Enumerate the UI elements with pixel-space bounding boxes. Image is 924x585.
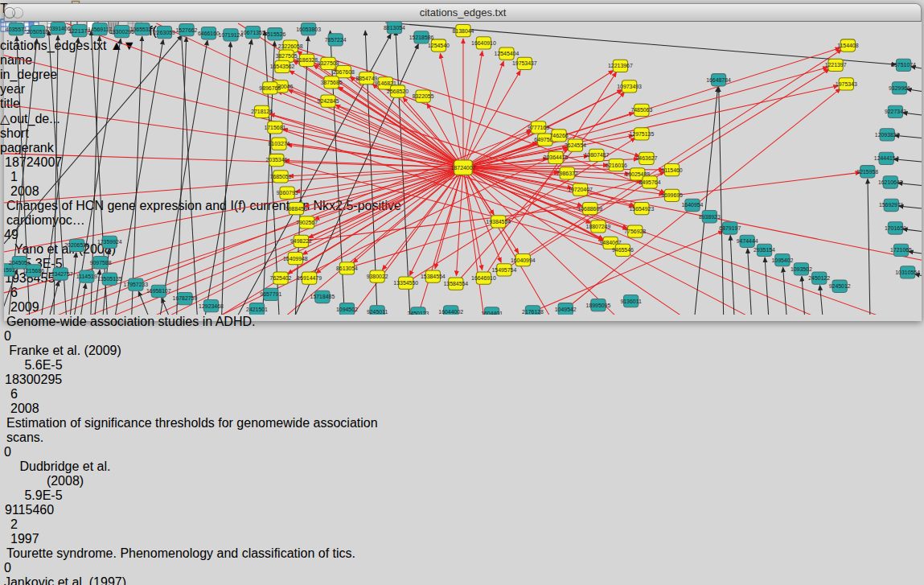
window-titlebar[interactable]: citations_edges.txt bbox=[4, 3, 922, 22]
table-row[interactable]: 911546021997Tourette syndrome. Phenomeno… bbox=[0, 503, 924, 585]
graph-node[interactable]: 9465546 bbox=[612, 244, 634, 256]
graph-node[interactable]: 2718126 bbox=[251, 105, 273, 117]
graph-node[interactable]: 9115460 bbox=[661, 164, 683, 176]
graph-node[interactable]: 1254540 bbox=[428, 39, 450, 51]
graph-node[interactable]: 7756928 bbox=[624, 225, 646, 237]
graph-node[interactable]: 16648784 bbox=[706, 74, 731, 86]
graph-node[interactable]: 2035346 bbox=[265, 154, 287, 166]
graph-node[interactable]: 2176128 bbox=[522, 306, 544, 315]
graph-node[interactable]: 9474444 bbox=[737, 235, 758, 247]
graph-node[interactable]: 15692971 bbox=[879, 199, 904, 211]
graph-node[interactable]: 9242845 bbox=[318, 95, 339, 107]
graph-node[interactable]: 4035571 bbox=[6, 23, 27, 35]
graph-node[interactable]: 12342757 bbox=[48, 268, 73, 280]
graph-node[interactable]: 7515526 bbox=[264, 28, 285, 40]
graph-node[interactable]: 12093832 bbox=[875, 129, 900, 141]
graph-hub-node[interactable]: 18724007 bbox=[451, 160, 476, 175]
table-row[interactable]: 1830029562008Estimation of significance … bbox=[0, 373, 924, 503]
graph-node[interactable]: 1094502 bbox=[336, 303, 358, 315]
graph-node[interactable]: 1049542 bbox=[555, 303, 577, 315]
graph-node[interactable]: 7625402 bbox=[270, 272, 292, 284]
graph-node[interactable]: 9245011 bbox=[367, 306, 388, 315]
graph-node[interactable]: 1095402 bbox=[771, 254, 793, 266]
graph-node[interactable]: 15751074 bbox=[891, 59, 916, 71]
graph-node[interactable]: 1640954 bbox=[682, 199, 704, 211]
graph-node[interactable]: 16210643 bbox=[878, 176, 903, 188]
graph-node[interactable]: 13584554 bbox=[443, 278, 468, 290]
graph-node[interactable]: 15218586 bbox=[409, 31, 434, 43]
graph-node[interactable]: 9896765 bbox=[259, 82, 281, 94]
graph-node[interactable]: 9227343 bbox=[885, 105, 906, 117]
graph-node[interactable]: 8938923 bbox=[699, 211, 721, 223]
graph-node[interactable]: 12213967 bbox=[608, 60, 633, 72]
graph-node[interactable]: 7902567 bbox=[296, 216, 318, 229]
graph-node[interactable]: 1975343 bbox=[836, 78, 857, 90]
graph-node[interactable]: 8138044 bbox=[453, 25, 474, 37]
graph-node[interactable]: 7986372 bbox=[556, 167, 578, 179]
graph-node[interactable]: 2450123 bbox=[408, 307, 429, 315]
graph-node[interactable]: 10671355 bbox=[240, 27, 265, 39]
graph-node[interactable]: 8322055 bbox=[413, 90, 434, 102]
graph-node[interactable]: 1701650 bbox=[885, 222, 906, 234]
graph-node[interactable]: 1093502 bbox=[791, 263, 812, 275]
graph-node[interactable]: 1527662 bbox=[176, 24, 198, 36]
graph-node[interactable]: 9360793 bbox=[277, 187, 298, 199]
graph-node[interactable]: 9777169 bbox=[528, 122, 549, 134]
graph-node[interactable]: 17359924 bbox=[97, 236, 122, 248]
graph-node[interactable]: 10807487 bbox=[585, 149, 610, 161]
graph-node[interactable]: 9463627 bbox=[636, 152, 658, 164]
graph-node[interactable]: 19753437 bbox=[512, 57, 537, 69]
graph-node[interactable]: 3624554 bbox=[565, 139, 586, 151]
graph-node[interactable]: 16958107 bbox=[146, 285, 171, 297]
graph-node[interactable]: 1988459 bbox=[285, 202, 307, 214]
graph-node[interactable]: 8813054 bbox=[384, 22, 405, 34]
graph-node[interactable]: 9327508 bbox=[318, 57, 339, 69]
graph-node[interactable]: 1154408 bbox=[837, 39, 859, 51]
graph-node[interactable]: 15654923 bbox=[629, 202, 654, 214]
network-canvas[interactable]: 1872400723226058382750581863281654356293… bbox=[4, 22, 922, 318]
graph-node[interactable]: 2935154 bbox=[754, 244, 775, 256]
graph-node[interactable]: 16782759 bbox=[173, 292, 198, 304]
graph-node[interactable]: 9329966 bbox=[889, 82, 910, 94]
graph-node[interactable]: 12444154 bbox=[874, 152, 899, 164]
graph-node[interactable]: 6879197 bbox=[719, 222, 741, 234]
graph-node[interactable]: 8613054 bbox=[336, 262, 358, 274]
graph-node[interactable]: 8103274 bbox=[269, 138, 290, 150]
graph-node[interactable]: 9657791 bbox=[260, 288, 281, 300]
graph-node[interactable]: 13354550 bbox=[393, 277, 418, 289]
graph-node[interactable]: 12975135 bbox=[629, 128, 654, 140]
graph-node[interactable]: 7685051 bbox=[270, 171, 292, 183]
graph-node[interactable]: 1215686 bbox=[23, 265, 44, 277]
graph-node[interactable]: 18995095 bbox=[586, 299, 611, 311]
graph-node[interactable]: 6216016 bbox=[606, 159, 627, 171]
graph-node[interactable]: 9498222 bbox=[290, 235, 312, 247]
graph-node[interactable]: 9097588 bbox=[90, 257, 112, 269]
graph-node[interactable]: 12923468 bbox=[199, 300, 224, 312]
graph-node[interactable]: 1715681 bbox=[264, 122, 285, 134]
graph-node[interactable]: 16914479 bbox=[297, 272, 322, 284]
graph-node[interactable]: 3875685 bbox=[321, 76, 343, 89]
graph-node[interactable]: 10719124 bbox=[219, 29, 244, 41]
graph-node[interactable]: 8215958 bbox=[856, 166, 878, 178]
graph-node[interactable]: 1114519 bbox=[76, 270, 97, 282]
graph-node[interactable]: 2263059 bbox=[154, 27, 175, 39]
graph-node[interactable]: 15384554 bbox=[421, 270, 446, 282]
graph-node[interactable]: 15495754 bbox=[492, 264, 517, 276]
graph-node[interactable]: 746266 bbox=[550, 130, 569, 142]
graph-node[interactable]: 9245012 bbox=[829, 280, 851, 292]
graph-node[interactable]: 10720407 bbox=[568, 183, 593, 196]
graph-node[interactable]: 7857224 bbox=[325, 34, 347, 46]
graph-node[interactable]: 12545404 bbox=[495, 47, 519, 60]
graph-node[interactable]: 2421501 bbox=[246, 303, 268, 315]
graph-node[interactable]: 9136011 bbox=[620, 295, 642, 307]
graph-node[interactable]: 8495764 bbox=[639, 176, 661, 188]
graph-node[interactable]: 1604401 bbox=[481, 307, 503, 315]
graph-node[interactable]: 16044002 bbox=[438, 306, 463, 315]
graph-node[interactable]: 9699695 bbox=[661, 189, 683, 201]
graph-node[interactable]: 16640910 bbox=[471, 37, 496, 49]
graph-node[interactable]: 9380022 bbox=[367, 270, 388, 282]
graph-node[interactable]: 2568520 bbox=[387, 85, 409, 97]
graph-node[interactable]: 16646910 bbox=[471, 272, 496, 284]
graph-node[interactable]: 10310554 bbox=[895, 266, 920, 278]
graph-node[interactable]: 6466160 bbox=[198, 27, 220, 39]
